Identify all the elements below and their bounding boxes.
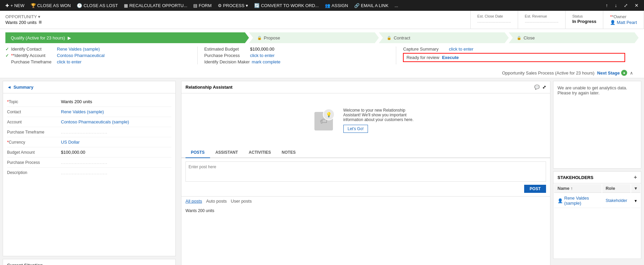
ra-bulb-icon: 💡 [323,109,335,120]
page-title: Wants 200 units ≡ [5,19,465,25]
summary-header: ◄ Summary [3,81,175,93]
topic-row: *Topic Wants 200 units [7,97,171,107]
form-button[interactable]: ▤ FORM [191,2,214,9]
situation-header: Current Situation [7,263,171,265]
email-link-button[interactable]: 🔗 EMAIL A LINK [351,2,391,9]
add-stakeholder-button[interactable]: + [634,174,637,180]
ra-welcome-text: Welcome to your new Relationship Assista… [343,108,417,122]
contact-value[interactable]: Rene Valdes (sample) [61,109,171,114]
stage-arrow-icon: ▶ [68,35,71,40]
stakeholders-name-header[interactable]: Name ↑ [554,184,602,193]
lock-icon: 🔒 [387,36,392,40]
assign-button[interactable]: 👥 ASSIGN [322,2,351,9]
lets-go-button[interactable]: Let's Go! [343,125,368,133]
stakeholder-name[interactable]: 👤 Rene Valdes (sample) [554,194,602,208]
stakeholder-role[interactable]: Stakeholder [602,194,631,208]
lock-icon: 🔒 [257,36,262,40]
est-close-date-field: Est. Close Date ........................… [471,11,518,29]
field-value[interactable]: Rene Valdes (sample) [57,47,100,52]
dropdown-arrow-icon: ▾ [246,3,248,8]
header: OPPORTUNITY ▾ Wants 200 units ≡ Est. Clo… [0,11,644,29]
budget-amount-value[interactable]: $100,000.00 [61,150,171,155]
currency-value[interactable]: US Dollar [61,140,171,145]
scroll-up-button[interactable]: ↑ [603,1,611,9]
field-value[interactable]: click to enter [250,53,275,58]
process-col-3: Capture Summary click to enter Ready for… [403,47,632,62]
purchase-timeframe-row: Purchase Timeframe .....................… [7,127,171,137]
stage-contract: 🔒 Contract [379,32,509,43]
hamburger-icon[interactable]: ≡ [39,19,42,25]
description-value[interactable]: .............................. [61,170,171,175]
ra-body: 🏷 💡 Welcome to your new Relationship Ass… [181,93,550,147]
field-value[interactable]: click to enter [449,47,473,52]
stakeholders-dropdown-header: ▾ [631,184,640,193]
tab-notes[interactable]: NOTES [276,147,301,158]
stage-label: Qualify (Active for 23 hours) [11,35,65,40]
check-icon: ✓ [5,53,9,58]
mark-complete-link[interactable]: mark complete [252,59,280,64]
purchase-timeframe-field: ✓ Purchase Timeframe click to enter [5,59,191,64]
estimated-budget-field: Estimated Budget $100,000.00 [204,47,389,52]
process-button[interactable]: ⚙ PROCESS ▾ [215,2,251,9]
ready-for-review-box: Ready for review Execute [403,53,625,62]
topic-value[interactable]: Wants 200 units [61,99,171,104]
close-window-button[interactable]: ✕ [632,1,641,9]
post-button[interactable]: POST [524,185,546,193]
section-collapse-icon[interactable]: ◄ [7,85,11,90]
identify-account-field: ✓ **Identify Account Contoso Pharmaceuti… [5,53,191,58]
filter-auto-posts[interactable]: Auto posts [206,199,227,204]
trophy-icon: 🏆 [31,3,36,8]
convert-button[interactable]: 🔄 CONVERT TO WORK ORD... [251,2,321,9]
ra-header: Relationship Assistant 💬 ⤢ [181,81,550,93]
filter-user-posts[interactable]: User posts [231,199,252,204]
recalculate-button[interactable]: ▦ RECALCULATE OPPORTU... [121,2,190,9]
tab-assistant[interactable]: ASSISTANT [210,147,243,158]
purchase-process-row: Purchase Process .......................… [7,157,171,168]
new-button[interactable]: ✚ + NEW [3,2,27,9]
summary-form: *Topic Wants 200 units Contact Rene Vald… [3,93,175,181]
post-input[interactable] [185,161,546,182]
process-col-2: Estimated Budget $100,000.00 Purchase Pr… [204,47,397,64]
clock-icon: 🕐 [77,3,82,8]
field-label: Identify Decision Maker [204,59,250,64]
process-icon: ⚙ [218,3,222,8]
expand-icon[interactable]: ⤢ [542,85,546,90]
relationship-assistant-section: Relationship Assistant 💬 ⤢ 🏷 💡 [181,81,550,265]
execute-button[interactable]: Execute [442,55,459,60]
purchase-timeframe-value[interactable]: .............................. [61,129,171,135]
window-controls: ↑ ↓ ⤢ ✕ [603,1,641,9]
breadcrumb[interactable]: OPPORTUNITY ▾ [5,14,465,19]
field-value: $100,000.00 [250,47,274,52]
toolbar: ✚ + NEW 🏆 CLOSE AS WON 🕐 CLOSE AS LOST ▦… [0,0,644,11]
field-value[interactable]: click to enter [57,59,81,64]
close-lost-button[interactable]: 🕐 CLOSE AS LOST [74,2,121,9]
next-stage-button[interactable]: Next Stage ● [597,70,627,76]
status-field: Status In Progress [566,11,604,29]
filter-all-posts[interactable]: All posts [185,199,202,204]
tab-activities[interactable]: ACTIVITIES [243,147,276,158]
close-won-button[interactable]: 🏆 CLOSE AS WON [28,2,74,9]
stakeholder-dropdown[interactable]: ▾ [631,194,640,208]
stakeholders-table: Name ↑ Role ▾ 👤 [553,183,641,209]
ra-welcome-content: Welcome to your new Relationship Assista… [343,108,417,133]
purchase-process-value[interactable]: .............................. [61,160,171,165]
field-label: Identify Contact [11,47,55,52]
ra-header-icons: 💬 ⤢ [534,85,546,90]
more-button[interactable]: ... [392,2,401,9]
scroll-down-button[interactable]: ↓ [612,1,620,9]
tab-posts[interactable]: POSTS [185,147,210,158]
stage-qualify[interactable]: Qualify (Active for 23 hours) ▶ [5,32,249,43]
field-value[interactable]: Contoso Pharmaceutical [57,53,105,58]
recalc-icon: ▦ [124,3,128,8]
plus-icon: ✚ [5,3,9,8]
next-stage-circle: ● [621,70,627,76]
posts-tabs: POSTS ASSISTANT ACTIVITIES NOTES [181,147,550,158]
assign-icon: 👥 [325,3,330,8]
popout-button[interactable]: ⤢ [621,1,631,9]
chat-icon[interactable]: 💬 [534,85,540,90]
link-icon: 🔗 [354,3,360,8]
field-label: **Identify Account [11,53,55,58]
collapse-process-icon[interactable]: ∧ [630,70,633,76]
account-value[interactable]: Contoso Pharmaceuticals (sample) [61,119,171,124]
stage-close: 🔒 Close [509,32,639,43]
